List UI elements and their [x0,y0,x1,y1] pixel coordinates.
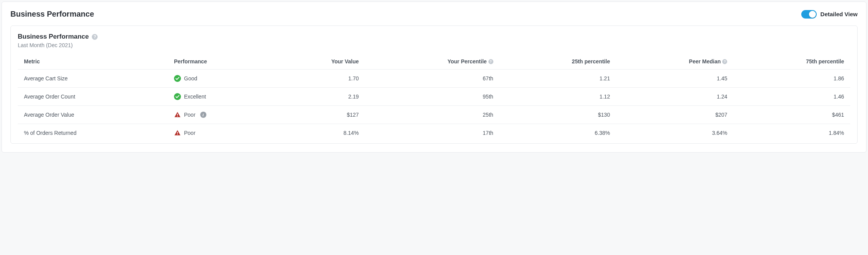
performance-label: Poor [184,112,196,118]
svg-rect-4 [177,132,178,134]
detailed-view-toggle-wrap: Detailed View [801,10,858,19]
card-header: Business Performance ? [18,33,850,41]
performance-table: Metric Performance Your Value Your Perce… [18,54,850,142]
peer-median-cell: $207 [616,106,733,124]
info-icon[interactable]: i [200,112,206,118]
svg-point-5 [177,134,178,135]
card-title: Business Performance [18,33,89,41]
warning-triangle-icon [174,111,181,118]
panel-header: Business Performance Detailed View [10,10,858,19]
table-row: Average Order ValuePoori$12725th$130$207… [18,106,850,124]
p75-cell: $461 [733,106,850,124]
peer-median-cell: 1.45 [616,70,733,88]
performance-cell: Good [168,70,273,88]
warning-triangle-icon [174,129,181,136]
col-peer-median: Peer Median ? [616,54,733,70]
p75-cell: 1.86 [733,70,850,88]
metric-cell: % of Orders Returned [18,124,168,142]
business-performance-panel: Business Performance Detailed View Busin… [2,2,866,153]
your-value-cell: 1.70 [273,70,365,88]
panel-title: Business Performance [10,10,94,19]
p75-cell: 1.46 [733,88,850,106]
svg-rect-2 [177,114,178,116]
help-icon[interactable]: ? [488,59,493,64]
detailed-view-toggle[interactable] [801,10,817,19]
card-subtitle: Last Month (Dec 2021) [18,42,850,48]
your-percentile-cell: 25th [365,106,500,124]
peer-median-cell: 1.24 [616,88,733,106]
performance-cell: Poor [168,124,273,142]
col-peer-median-label: Peer Median [689,58,721,65]
metric-cell: Average Order Value [18,106,168,124]
performance-label: Excellent [184,94,206,100]
peer-median-cell: 3.64% [616,124,733,142]
table-row: Average Order CountExcellent2.1995th1.12… [18,88,850,106]
p75-cell: 1.84% [733,124,850,142]
metric-cell: Average Cart Size [18,70,168,88]
your-value-cell: 8.14% [273,124,365,142]
p25-cell: 6.38% [500,124,616,142]
toggle-label: Detailed View [821,11,858,17]
col-your-percentile: Your Percentile ? [365,54,500,70]
check-circle-icon [174,93,181,100]
help-icon[interactable]: ? [722,59,727,64]
performance-cell: Excellent [168,88,273,106]
col-p25: 25th percentile [500,54,616,70]
your-percentile-cell: 95th [365,88,500,106]
help-icon[interactable]: ? [92,34,98,40]
col-metric: Metric [18,54,168,70]
your-value-cell: 2.19 [273,88,365,106]
check-circle-icon [174,75,181,82]
performance-label: Good [184,75,197,82]
col-p75: 75th percentile [733,54,850,70]
svg-point-3 [177,116,178,117]
table-header-row: Metric Performance Your Value Your Perce… [18,54,850,70]
performance-card: Business Performance ? Last Month (Dec 2… [10,26,858,144]
col-your-percentile-label: Your Percentile [448,58,487,65]
your-value-cell: $127 [273,106,365,124]
col-performance: Performance [168,54,273,70]
metric-cell: Average Order Count [18,88,168,106]
table-row: Average Cart SizeGood1.7067th1.211.451.8… [18,70,850,88]
p25-cell: 1.12 [500,88,616,106]
performance-cell: Poori [168,106,273,124]
your-percentile-cell: 67th [365,70,500,88]
your-percentile-cell: 17th [365,124,500,142]
p25-cell: $130 [500,106,616,124]
col-your-value: Your Value [273,54,365,70]
performance-label: Poor [184,130,196,136]
table-row: % of Orders ReturnedPoor8.14%17th6.38%3.… [18,124,850,142]
p25-cell: 1.21 [500,70,616,88]
toggle-knob [809,11,816,18]
